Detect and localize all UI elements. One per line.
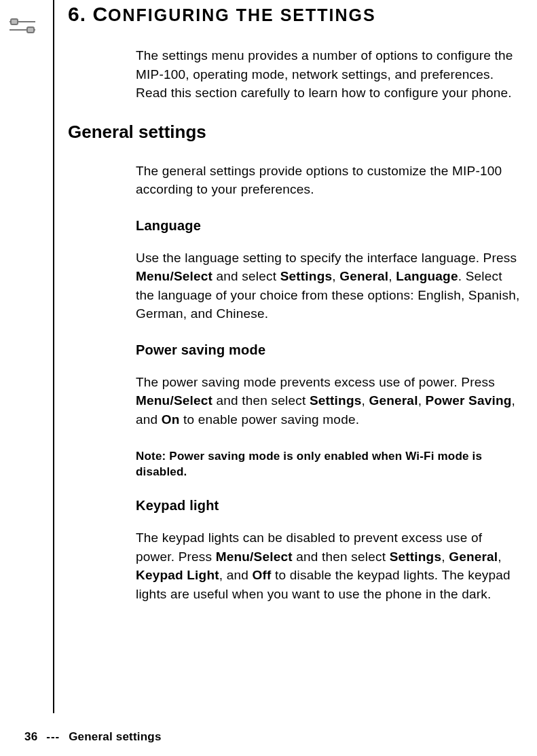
- text: The power saving mode prevents excess us…: [136, 375, 495, 389]
- bold-settings: Settings: [280, 269, 333, 283]
- page: 6. CONFIGURING THE SETTINGS The settings…: [0, 0, 537, 756]
- svg-rect-3: [27, 27, 34, 33]
- bold-menu-select: Menu/Select: [136, 269, 212, 283]
- text: and then select: [212, 393, 310, 408]
- text: ,: [332, 269, 339, 283]
- bold-general: General: [369, 393, 418, 408]
- svg-rect-1: [11, 19, 18, 24]
- bold-general: General: [449, 550, 498, 564]
- bold-menu-select: Menu/Select: [136, 393, 212, 408]
- vertical-rule: [53, 0, 54, 713]
- intro-block: The settings menu provides a number of o…: [136, 46, 524, 103]
- bold-settings: Settings: [310, 393, 362, 408]
- power-saving-paragraph: The power saving mode prevents excess us…: [136, 373, 524, 429]
- tools-icon: [8, 15, 37, 37]
- bold-power-saving: Power Saving: [426, 393, 512, 408]
- page-footer: 36 --- General settings: [24, 730, 162, 744]
- content-column: 6. CONFIGURING THE SETTINGS The settings…: [68, 0, 524, 622]
- bold-on: On: [162, 412, 180, 427]
- text: and select: [212, 269, 280, 283]
- text: Use the language setting to specify the …: [136, 251, 517, 265]
- text: ,: [361, 393, 369, 408]
- bold-general: General: [339, 269, 388, 283]
- bold-keypad-light: Keypad Light: [136, 568, 219, 582]
- text: to enable power saving mode.: [180, 412, 360, 427]
- text: ,: [418, 393, 426, 408]
- text: and then select: [293, 550, 390, 564]
- bold-menu-select: Menu/Select: [216, 550, 293, 564]
- text: ,: [441, 550, 449, 564]
- bold-settings: Settings: [390, 550, 442, 564]
- chapter-first-letter: C: [92, 3, 108, 25]
- footer-section: General settings: [69, 730, 161, 743]
- power-saving-heading: Power saving mode: [136, 342, 524, 358]
- footer-separator: ---: [46, 730, 60, 743]
- bold-language: Language: [396, 269, 458, 283]
- chapter-number: 6.: [68, 3, 86, 25]
- text: ,: [498, 550, 501, 564]
- chapter-title-text: ONFIGURING THE SETTINGS: [108, 5, 376, 24]
- intro-paragraph: The settings menu provides a number of o…: [136, 46, 524, 103]
- language-heading: Language: [136, 218, 524, 234]
- bold-off: Off: [253, 568, 272, 582]
- power-saving-note: Note: Power saving mode is only enabled …: [136, 448, 524, 481]
- chapter-title: 6. CONFIGURING THE SETTINGS: [68, 3, 524, 26]
- keypad-light-heading: Keypad light: [136, 498, 524, 514]
- text: ,: [388, 269, 396, 283]
- page-number: 36: [24, 730, 37, 743]
- general-intro: The general settings provide options to …: [136, 162, 524, 199]
- text: , and: [219, 568, 253, 582]
- language-paragraph: Use the language setting to specify the …: [136, 249, 524, 323]
- keypad-light-paragraph: The keypad lights can be disabled to pre…: [136, 528, 524, 603]
- general-body: The general settings provide options to …: [136, 162, 524, 604]
- general-settings-heading: General settings: [68, 122, 524, 143]
